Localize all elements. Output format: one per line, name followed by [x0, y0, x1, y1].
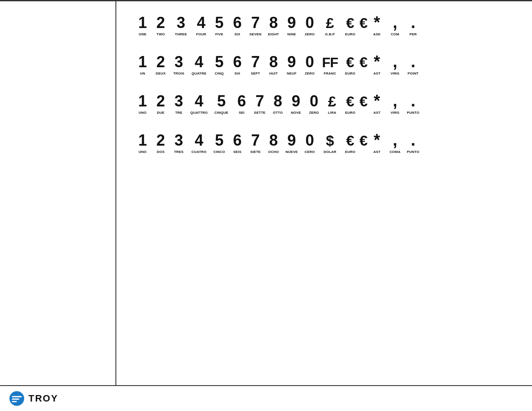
label-1-10: G.B.P	[319, 32, 341, 36]
label-3-11: EURO	[341, 111, 359, 115]
glyph-4-9: 0	[301, 133, 319, 148]
label-2-6: SEPT	[246, 72, 264, 75]
glyph-1-10: £	[319, 16, 341, 30]
glyph-3-9: 0	[305, 93, 323, 109]
glyph-1-5: 6	[228, 15, 246, 31]
glyph-1-6: 7	[246, 15, 264, 31]
glyph-2-12: €	[359, 55, 368, 69]
font-row-3: 1234567890£€€*,.UNODUETREQUATTROCINQUESE…	[134, 93, 515, 115]
glyph-1-9: 0	[301, 15, 319, 31]
label-2-15: POINT	[404, 72, 422, 75]
labels-line-3: UNODUETREQUATTROCINQUESEISETTEOTTONOVEZE…	[134, 111, 515, 115]
label-3-5: SEI	[233, 111, 251, 115]
label-2-11: EURO	[341, 72, 359, 75]
label-2-2: TROIS	[170, 72, 188, 75]
glyph-4-14: ,	[386, 132, 404, 148]
glyph-1-3: 4	[192, 15, 210, 31]
label-4-11: EURO	[341, 150, 359, 154]
glyph-4-13: *	[368, 132, 386, 148]
glyph-2-7: 8	[264, 54, 283, 70]
label-4-6: SIETE	[246, 150, 264, 154]
label-4-1: DOS	[152, 150, 170, 154]
footer: TROY	[0, 385, 532, 411]
label-2-8: NEUF	[283, 72, 301, 75]
glyph-1-15: .	[404, 14, 422, 31]
svg-rect-3	[12, 401, 17, 402]
glyph-4-15: .	[404, 132, 422, 148]
glyph-2-8: 9	[283, 54, 301, 70]
label-2-4: CINQ	[210, 72, 228, 75]
glyph-2-5: 6	[228, 54, 246, 70]
label-1-3: FOUR	[192, 32, 210, 36]
label-3-15: PUNTO	[404, 111, 422, 115]
label-4-0: UNO	[134, 150, 152, 154]
glyph-3-10: £	[323, 94, 341, 109]
glyph-2-14: ,	[386, 53, 404, 70]
glyph-4-11: €	[341, 133, 359, 148]
label-2-1: DEUX	[152, 72, 170, 75]
glyph-4-1: 2	[152, 133, 170, 148]
troy-brand-text: TROY	[28, 393, 58, 404]
label-2-7: HUIT	[264, 72, 283, 75]
troy-icon	[9, 390, 25, 407]
glyph-2-1: 2	[152, 54, 170, 70]
label-3-3: QUATTRO	[188, 111, 210, 115]
glyph-4-3: 4	[188, 133, 210, 148]
glyph-3-8: 9	[287, 93, 305, 109]
label-3-10: LIRA	[323, 111, 341, 115]
glyph-3-2: 3	[170, 93, 188, 109]
label-4-15: PUNTO	[404, 150, 422, 154]
glyph-1-8: 9	[283, 15, 301, 31]
label-3-9: ZERO	[305, 111, 323, 115]
glyph-2-9: 0	[301, 54, 319, 70]
glyphs-line-3: 1234567890£€€*,.	[134, 93, 515, 109]
glyph-2-11: €	[341, 55, 359, 69]
glyph-2-10: FF	[319, 56, 341, 69]
font-row-4: 1234567890$€€*,.UNODOSTRESCUATROCINCOSEI…	[134, 132, 515, 154]
glyph-1-12: €	[359, 16, 368, 30]
labels-line-4: UNODOSTRESCUATROCINCOSEISSIETEOCHONUEVEC…	[134, 150, 515, 154]
glyph-2-4: 5	[210, 54, 228, 70]
label-2-10: FRANC	[319, 72, 341, 75]
label-4-4: CINCO	[210, 150, 228, 154]
glyph-1-13: *	[368, 14, 386, 31]
glyph-4-7: 8	[264, 133, 283, 148]
glyph-3-0: 1	[134, 93, 152, 109]
glyph-2-13: *	[368, 53, 386, 70]
glyph-2-0: 1	[134, 54, 152, 70]
label-3-1: DUE	[152, 111, 170, 115]
label-4-13: AST	[368, 150, 386, 154]
glyph-1-4: 5	[210, 15, 228, 31]
label-3-14: VIRG	[386, 111, 404, 115]
label-1-4: FIVE	[210, 32, 228, 36]
label-1-13: ASK	[368, 32, 386, 36]
label-1-14: COM	[386, 32, 404, 36]
glyph-3-6: 7	[251, 93, 269, 109]
labels-line-2: UNDEUXTROISQUATRECINQSIXSEPTHUITNEUFZERO…	[134, 72, 515, 75]
glyph-3-12: €	[359, 94, 368, 109]
label-1-8: NINE	[283, 32, 301, 36]
label-3-4: CINQUE	[210, 111, 233, 115]
label-1-0: ONE	[134, 32, 152, 36]
glyph-4-6: 7	[246, 133, 264, 148]
glyph-1-1: 2	[152, 15, 170, 31]
glyph-2-6: 7	[246, 54, 264, 70]
label-4-14: COMA	[386, 150, 404, 154]
label-3-8: NOVE	[287, 111, 305, 115]
label-1-1: TWO	[152, 32, 170, 36]
sidebar	[0, 1, 116, 385]
glyph-1-11: €	[341, 16, 359, 30]
glyph-3-11: €	[341, 94, 359, 109]
glyph-4-0: 1	[134, 133, 152, 148]
label-1-7: EIGHT	[264, 32, 283, 36]
label-3-6: SETTE	[251, 111, 269, 115]
label-3-0: UNO	[134, 111, 152, 115]
glyph-3-4: 5	[210, 93, 233, 109]
glyph-3-14: ,	[386, 93, 404, 109]
font-row-1: 1234567890£€€*,.ONETWOTHREEFOURFIVESIXSE…	[134, 14, 515, 36]
glyph-3-15: .	[404, 93, 422, 109]
glyph-1-2: 3	[170, 15, 192, 31]
label-4-8: NUEVE	[283, 150, 301, 154]
label-2-5: SIX	[228, 72, 246, 75]
font-row-2: 1234567890FF€€*,.UNDEUXTROISQUATRECINQSI…	[134, 53, 515, 75]
